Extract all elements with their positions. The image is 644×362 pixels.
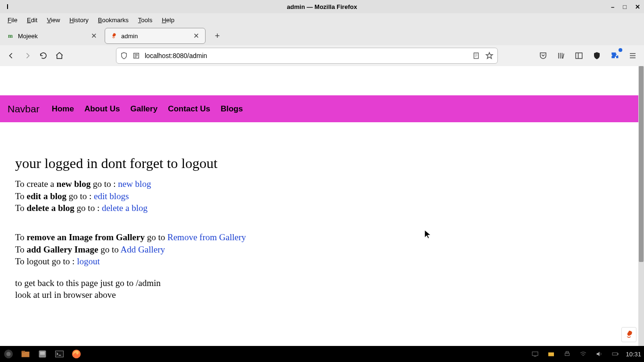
home-button[interactable] — [53, 49, 66, 62]
tray-folder-icon[interactable] — [545, 348, 557, 360]
window-titlebar: admin — Mozilla Firefox – □ ✕ — [0, 0, 644, 13]
line-url-hint: look at url in browser above — [15, 289, 623, 301]
navbar-brand[interactable]: Navbar — [8, 103, 40, 115]
window-indicator — [7, 4, 8, 9]
svg-rect-21 — [565, 353, 570, 355]
back-button[interactable] — [5, 49, 18, 62]
line-edit-blog: To edit a blog go to : edit blogs — [15, 190, 623, 202]
tray-printer-icon[interactable] — [561, 348, 573, 360]
disk-icon[interactable] — [37, 348, 48, 360]
line-new-blog: To create a new blog go to : new blog — [15, 178, 623, 190]
new-tab-button[interactable]: + — [210, 29, 224, 43]
svg-rect-20 — [548, 353, 554, 356]
taskbar-clock[interactable]: 10:31 — [626, 351, 641, 358]
svg-rect-12 — [22, 352, 30, 357]
window-close-button[interactable]: ✕ — [635, 3, 640, 10]
firefox-menu-bar: File Edit View History Bookmarks Tools H… — [0, 13, 644, 26]
tray-display-icon[interactable] — [529, 348, 541, 360]
link-remove-gallery[interactable]: Remove from Gallery — [167, 232, 246, 242]
site-navbar: Navbar Home About Us Gallery Contact Us … — [0, 95, 638, 122]
firefox-taskbar-icon[interactable] — [71, 348, 82, 360]
menu-view[interactable]: View — [42, 15, 65, 25]
vertical-scrollbar[interactable] — [638, 66, 644, 346]
extension-shield-icon[interactable] — [590, 49, 603, 62]
svg-rect-16 — [56, 351, 64, 357]
file-manager-icon[interactable] — [20, 348, 31, 360]
line-admin-hint: to get back to this page just go to /adm… — [15, 277, 623, 289]
menu-edit[interactable]: Edit — [22, 15, 42, 25]
tab-label: admin — [121, 33, 192, 40]
reader-mode-icon[interactable] — [472, 51, 480, 60]
line-delete-blog: To delete a blog go to : delete a blog — [15, 202, 623, 214]
tab-admin[interactable]: admin ✕ — [105, 28, 206, 44]
svg-rect-13 — [22, 351, 25, 352]
svg-rect-18 — [532, 352, 538, 355]
page-viewport: Navbar Home About Us Gallery Contact Us … — [0, 66, 638, 346]
line-add-gallery: To add Gallery Image go to Add Gallery — [15, 244, 623, 256]
nav-gallery[interactable]: Gallery — [130, 104, 157, 114]
svg-rect-23 — [612, 353, 618, 355]
tab-label: Mojeek — [18, 33, 90, 40]
menu-bookmarks[interactable]: Bookmarks — [93, 15, 133, 25]
window-minimize-button[interactable]: – — [611, 3, 614, 10]
nav-about[interactable]: About Us — [84, 104, 120, 114]
tab-mojeek[interactable]: m Mojeek ✕ — [2, 28, 103, 44]
site-info-icon[interactable] — [132, 52, 140, 59]
page-heading: your logged in dont forget to logout — [15, 155, 623, 171]
line-remove-gallery: To remove an Image from Gallery go to Re… — [15, 231, 623, 244]
line-logout: To logout go to : logout — [15, 255, 623, 268]
navigation-toolbar — [0, 45, 644, 66]
url-input[interactable] — [145, 52, 467, 59]
nav-contact[interactable]: Contact Us — [168, 104, 210, 114]
window-maximize-button[interactable]: □ — [623, 3, 627, 10]
tab-bar: m Mojeek ✕ admin ✕ + — [0, 26, 644, 45]
reload-button[interactable] — [37, 49, 50, 62]
svg-rect-22 — [566, 352, 569, 353]
menu-help[interactable]: Help — [157, 15, 179, 25]
menu-history[interactable]: History — [65, 15, 93, 25]
link-add-gallery[interactable]: Add Gallery — [121, 244, 165, 254]
library-icon[interactable] — [554, 49, 568, 62]
window-title: admin — Mozilla Firefox — [287, 3, 357, 10]
shield-icon[interactable] — [120, 52, 128, 59]
pocket-icon[interactable] — [537, 49, 550, 62]
url-bar[interactable] — [116, 48, 498, 64]
tray-volume-icon[interactable] — [594, 348, 605, 360]
tray-battery-icon[interactable] — [610, 348, 621, 360]
svg-rect-24 — [618, 354, 619, 355]
svg-rect-4 — [474, 53, 478, 59]
tab-close-button[interactable]: ✕ — [192, 32, 200, 40]
link-logout[interactable]: logout — [77, 256, 100, 266]
link-new-blog[interactable]: new blog — [118, 179, 151, 189]
nav-home[interactable]: Home — [52, 104, 74, 114]
forward-button[interactable] — [21, 49, 34, 62]
admin-content: your logged in dont forget to logout To … — [0, 122, 638, 311]
svg-rect-8 — [576, 53, 582, 59]
terminal-icon[interactable] — [54, 348, 65, 360]
mojeek-favicon-icon: m — [7, 32, 14, 40]
bookmark-star-icon[interactable] — [485, 51, 494, 60]
menu-tools[interactable]: Tools — [133, 15, 157, 25]
desktop-taskbar: 10:31 — [0, 346, 644, 362]
menu-file[interactable]: File — [3, 15, 22, 25]
nav-blogs[interactable]: Blogs — [221, 104, 243, 114]
link-edit-blogs[interactable]: edit blogs — [94, 191, 129, 201]
codeigniter-favicon-icon — [110, 32, 117, 40]
scrollbar-thumb[interactable] — [639, 66, 644, 262]
tray-wifi-icon[interactable] — [578, 348, 589, 360]
start-menu-icon[interactable] — [3, 348, 14, 360]
svg-point-11 — [6, 352, 10, 356]
svg-rect-15 — [40, 352, 45, 355]
tab-close-button[interactable]: ✕ — [90, 32, 98, 40]
hamburger-menu-icon[interactable] — [626, 49, 639, 62]
link-delete-blog[interactable]: delete a blog — [102, 203, 148, 213]
sidebar-icon[interactable] — [572, 49, 586, 62]
extension-puzzle-icon[interactable] — [608, 49, 621, 62]
codeigniter-debug-icon[interactable] — [621, 327, 636, 342]
